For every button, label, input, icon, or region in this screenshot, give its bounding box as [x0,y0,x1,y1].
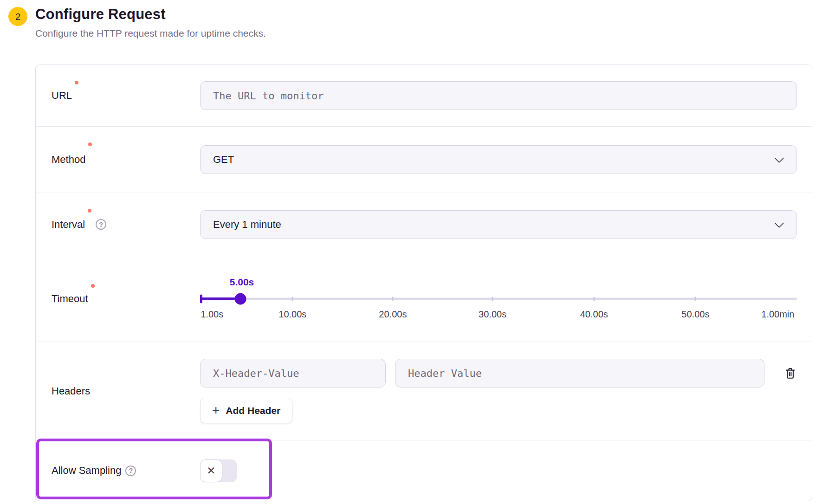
url-row: URL [36,65,812,126]
chevron-down-icon [774,153,784,163]
slider-tickmark [292,297,293,301]
headers-label: Headers [52,385,90,397]
header-value-input[interactable] [395,359,764,388]
slider-tickmark [492,297,493,301]
toggle-knob[interactable]: ✕ [200,459,222,482]
section-subtitle: Configure the HTTP request made for upti… [35,28,266,39]
slider-track[interactable] [200,298,797,300]
tick-label: 1.00s [201,309,223,320]
trash-icon [784,367,797,380]
tick-label: 10.00s [278,309,306,320]
timeout-slider[interactable]: 5.00s 1.00s 10.00s 20.00s [200,277,797,321]
slider-handle[interactable] [234,293,246,305]
timeout-row: Timeout 5.00s [36,256,812,342]
interval-selected-value: Every 1 minute [213,219,281,231]
delete-header-button[interactable] [783,366,797,381]
url-input[interactable] [200,81,797,110]
interval-select[interactable]: Every 1 minute [200,210,797,239]
plus-icon: + [212,404,220,417]
tick-label: 40.00s [580,309,608,320]
interval-label: Interval [52,219,85,231]
slider-tickmark [593,297,595,301]
tick-label: 30.00s [479,309,506,320]
method-label: Method [52,154,85,166]
allow-sampling-row: Allow Sampling ? ✕ [36,440,812,501]
required-dot [91,284,95,288]
method-row: Method GET [36,126,812,193]
tick-label: 1.00min [761,309,794,320]
interval-help-icon[interactable]: ? [96,219,106,230]
tick-label: 20.00s [379,309,407,320]
headers-row: Headers + Add Header [36,342,812,440]
header-name-input[interactable] [200,359,386,388]
configure-request-panel: URL Method GET Interval ? Every 1 minu [35,65,812,501]
slider-tickmark [392,297,394,301]
tick-label: 50.00s [681,309,709,320]
timeout-current-value: 5.00s [230,277,254,288]
required-dot [75,81,78,84]
toggle-off-x-icon: ✕ [207,465,215,476]
section-title: Configure Request [35,6,266,23]
add-header-label: Add Header [226,405,280,416]
interval-row: Interval ? Every 1 minute [36,193,812,256]
timeout-label: Timeout [52,293,88,305]
slider-track-start-cap [200,295,202,304]
allow-sampling-help-icon[interactable]: ? [125,465,136,476]
chevron-down-icon [774,218,784,228]
add-header-button[interactable]: + Add Header [200,398,292,423]
step-number-badge: 2 [8,7,27,26]
allow-sampling-label: Allow Sampling [52,465,121,477]
allow-sampling-toggle[interactable]: ✕ [200,459,237,482]
method-selected-value: GET [213,154,234,166]
step-header: 2 Configure Request Configure the HTTP r… [8,6,266,39]
method-select[interactable]: GET [200,145,797,174]
slider-tickmark [695,297,696,301]
required-dot [88,142,92,146]
required-dot [88,209,91,213]
url-label: URL [52,90,72,102]
